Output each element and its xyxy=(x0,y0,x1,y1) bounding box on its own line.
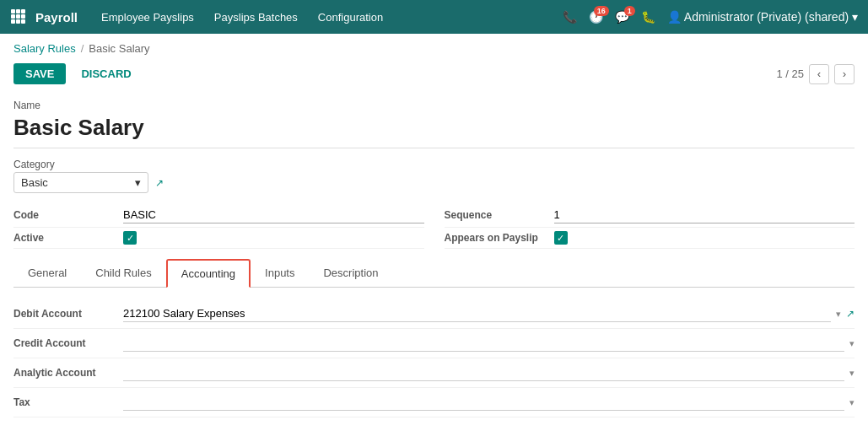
breadcrumb-current: Basic Salary xyxy=(89,42,149,55)
credit-account-value: ▾ xyxy=(123,335,855,352)
nav-configuration[interactable]: Configuration xyxy=(318,11,383,24)
svg-rect-5 xyxy=(21,14,25,19)
category-row: Basic ▾ ↗ xyxy=(13,172,855,193)
clock-icon[interactable]: 🕐 16 xyxy=(589,10,603,24)
category-value: Basic xyxy=(21,176,48,189)
discard-button[interactable]: DISCARD xyxy=(73,63,139,84)
appears-on-payslip-checkbox[interactable]: ✓ xyxy=(554,231,568,245)
analytic-account-value: ▾ xyxy=(123,364,855,381)
appears-on-payslip-label: Appears on Payslip xyxy=(445,232,554,244)
category-select[interactable]: Basic ▾ xyxy=(13,172,148,193)
tab-inputs[interactable]: Inputs xyxy=(251,259,309,288)
toolbar-actions: SAVE DISCARD xyxy=(13,63,140,84)
svg-rect-2 xyxy=(21,9,25,13)
credit-account-dropdown-icon[interactable]: ▾ xyxy=(849,338,855,349)
debit-account-label: Debit Account xyxy=(13,308,123,320)
record-name[interactable]: Basic Salary xyxy=(13,113,855,148)
pager: 1 / 25 ‹ › xyxy=(776,64,855,84)
pager-text: 1 / 25 xyxy=(776,67,804,80)
accounting-tab-content: Debit Account ▾ ↗ Credit Account ▾ Analy… xyxy=(13,299,855,417)
pager-next[interactable]: › xyxy=(834,64,855,84)
analytic-account-input[interactable] xyxy=(123,364,844,381)
pager-prev[interactable]: ‹ xyxy=(809,64,829,84)
breadcrumb-separator: / xyxy=(81,42,84,55)
tax-label: Tax xyxy=(13,396,123,408)
debit-account-input[interactable] xyxy=(123,305,831,322)
tab-accounting[interactable]: Accounting xyxy=(166,259,251,288)
chat-badge: 1 xyxy=(624,6,635,16)
nav-right: 📞 🕐 16 💬 1 🐛 👤 Administrator (Private) (… xyxy=(563,10,858,24)
tax-dropdown-icon[interactable]: ▾ xyxy=(849,397,855,408)
svg-rect-7 xyxy=(16,19,20,24)
fields-left: Code Active ✓ xyxy=(13,203,424,249)
breadcrumb-parent[interactable]: Salary Rules xyxy=(13,42,76,55)
active-field-row: Active ✓ xyxy=(13,228,424,249)
credit-account-row: Credit Account ▾ xyxy=(13,329,855,358)
sequence-label: Sequence xyxy=(445,209,554,221)
sequence-field-row: Sequence xyxy=(445,203,855,228)
phone-icon[interactable]: 📞 xyxy=(563,10,577,24)
form-area: Name Basic Salary Category Basic ▾ ↗ Cod… xyxy=(0,89,868,417)
app-name: Payroll xyxy=(35,10,78,24)
credit-account-input[interactable] xyxy=(123,335,844,352)
name-field-label: Name xyxy=(13,100,855,111)
clock-badge: 16 xyxy=(594,6,609,16)
nav-employee-payslips[interactable]: Employee Payslips xyxy=(101,11,194,24)
nav-links: Employee Payslips Payslips Batches Confi… xyxy=(101,11,563,24)
category-ext-link[interactable]: ↗ xyxy=(155,177,164,189)
svg-rect-8 xyxy=(21,19,25,24)
toolbar: SAVE DISCARD 1 / 25 ‹ › xyxy=(0,58,868,89)
sequence-input[interactable] xyxy=(554,207,855,224)
credit-account-label: Credit Account xyxy=(13,337,123,349)
active-label: Active xyxy=(13,232,123,244)
fields-grid: Code Active ✓ Sequence Appears on Paysli… xyxy=(13,203,855,249)
analytic-account-dropdown-icon[interactable]: ▾ xyxy=(849,368,855,379)
category-dropdown-arrow: ▾ xyxy=(135,176,141,189)
fields-right: Sequence Appears on Payslip ✓ xyxy=(445,203,855,249)
svg-rect-6 xyxy=(11,19,15,24)
grid-icon[interactable] xyxy=(10,8,25,26)
tabs: General Child Rules Accounting Inputs De… xyxy=(13,259,855,288)
analytic-account-row: Analytic Account ▾ xyxy=(13,358,855,388)
debit-account-value: ▾ ↗ xyxy=(123,305,855,322)
user-menu[interactable]: 👤 Administrator (Private) (shared) ▾ xyxy=(667,10,858,24)
active-checkbox[interactable]: ✓ xyxy=(123,231,137,245)
analytic-account-label: Analytic Account xyxy=(13,367,123,379)
code-input[interactable] xyxy=(123,207,424,224)
tax-input[interactable] xyxy=(123,394,844,411)
category-label: Category xyxy=(13,159,855,170)
tab-description[interactable]: Description xyxy=(309,259,392,288)
svg-rect-1 xyxy=(16,9,20,13)
svg-rect-3 xyxy=(11,14,15,19)
tab-child-rules[interactable]: Child Rules xyxy=(81,259,165,288)
debit-account-row: Debit Account ▾ ↗ xyxy=(13,299,855,329)
appears-on-payslip-row: Appears on Payslip ✓ xyxy=(445,228,855,249)
chat-icon[interactable]: 💬 1 xyxy=(615,10,629,24)
tax-value: ▾ xyxy=(123,394,855,411)
top-nav: Payroll Employee Payslips Payslips Batch… xyxy=(0,0,868,34)
tax-row: Tax ▾ xyxy=(13,388,855,417)
code-label: Code xyxy=(13,209,123,221)
svg-rect-0 xyxy=(11,9,15,13)
code-field-row: Code xyxy=(13,203,424,228)
debit-account-dropdown-icon[interactable]: ▾ xyxy=(836,309,841,320)
bug-icon[interactable]: 🐛 xyxy=(641,10,655,24)
tab-general[interactable]: General xyxy=(13,259,81,288)
breadcrumb: Salary Rules / Basic Salary xyxy=(0,34,868,58)
nav-payslips-batches[interactable]: Payslips Batches xyxy=(214,11,298,24)
save-button[interactable]: SAVE xyxy=(13,63,66,84)
debit-account-ext-link[interactable]: ↗ xyxy=(846,308,855,320)
svg-rect-4 xyxy=(16,14,20,19)
